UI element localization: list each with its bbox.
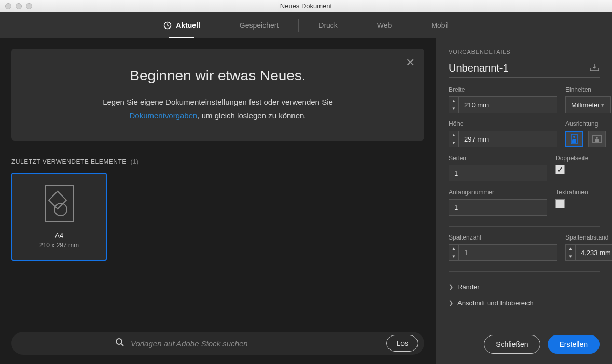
label-units: Einheiten <box>565 86 611 93</box>
expand-bleed[interactable]: ❯ Anschnitt und Infobereich <box>449 295 600 311</box>
svg-point-1 <box>116 339 122 344</box>
section-divider <box>449 271 600 272</box>
tab-label: Druck <box>318 21 338 30</box>
units-value: Millimeter <box>571 101 600 109</box>
traffic-max[interactable] <box>26 3 32 9</box>
hero-text-line2: , um gleich loslegen zu können. <box>197 111 306 120</box>
left-panel: ✕ Beginnen wir etwas Neues. Legen Sie ei… <box>0 38 436 364</box>
label-pages: Seiten <box>449 155 547 162</box>
search-go-button[interactable]: Los <box>386 335 418 352</box>
tab-mobil[interactable]: Mobil <box>411 12 468 38</box>
height-stepper[interactable]: ▲▼ <box>449 131 557 147</box>
label-textframe: Textrahmen <box>555 189 600 196</box>
tab-gespeichert[interactable]: Gespeichert <box>220 12 298 38</box>
chevron-down-icon: ▼ <box>600 102 605 108</box>
category-tabs: Aktuell Gespeichert Druck Web Mobil <box>0 12 612 38</box>
step-up-icon[interactable]: ▲ <box>566 245 575 253</box>
step-down-icon[interactable]: ▼ <box>566 253 575 261</box>
traffic-min[interactable] <box>16 3 22 9</box>
stock-search-input[interactable] <box>131 339 379 348</box>
step-down-icon[interactable]: ▼ <box>449 139 458 147</box>
step-down-icon[interactable]: ▼ <box>449 105 458 113</box>
preset-details-panel: VORGABENDETAILS Unbenannt-1 Breite ▲▼ Ei… <box>436 38 612 364</box>
step-up-icon[interactable]: ▲ <box>449 245 458 253</box>
tab-label: Web <box>377 21 392 30</box>
tab-aktuell[interactable]: Aktuell <box>144 12 220 38</box>
label-width: Breite <box>449 86 557 93</box>
step-up-icon[interactable]: ▲ <box>449 97 458 105</box>
tab-web[interactable]: Web <box>357 12 412 38</box>
hero-heading: Beginnen wir etwas Neues. <box>26 67 410 84</box>
tab-druck[interactable]: Druck <box>299 12 357 38</box>
chevron-right-icon: ❯ <box>449 284 453 290</box>
label-startnum: Anfangsnummer <box>449 189 547 196</box>
label-orientation: Ausrichtung <box>565 120 606 128</box>
chevron-right-icon: ❯ <box>449 300 453 306</box>
preset-name-field[interactable]: Unbenannt-1 <box>449 62 589 74</box>
textframe-checkbox[interactable] <box>555 199 565 208</box>
section-divider <box>449 226 600 227</box>
svg-point-5 <box>596 137 598 139</box>
search-icon <box>11 338 131 349</box>
preset-dimensions: 210 x 297 mm <box>39 242 79 249</box>
expand-label: Ränder <box>457 283 480 291</box>
tab-label: Mobil <box>431 21 448 30</box>
expand-label: Anschnitt und Infobereich <box>457 299 534 307</box>
traffic-close[interactable] <box>5 3 11 9</box>
footer-buttons: Schließen Erstellen <box>449 326 600 354</box>
expand-margins[interactable]: ❯ Ränder <box>449 279 600 295</box>
label-columns: Spaltenzahl <box>449 234 557 241</box>
columns-stepper[interactable]: ▲▼ <box>449 244 557 261</box>
width-stepper[interactable]: ▲▼ <box>449 96 557 113</box>
window-title: Neues Dokument <box>280 2 332 10</box>
recent-presets: A4 210 x 297 mm <box>11 173 424 261</box>
document-icon <box>45 185 74 222</box>
doc-presets-link[interactable]: Dokumentvorgaben <box>129 111 197 120</box>
label-facing: Doppelseite <box>555 155 600 162</box>
orientation-landscape[interactable] <box>588 131 606 147</box>
orientation-portrait[interactable] <box>565 131 583 147</box>
recent-count: (1) <box>130 158 138 165</box>
width-input[interactable] <box>459 96 557 113</box>
label-gutter: Spaltenabstand <box>565 234 612 241</box>
recent-label: ZULETZT VERWENDETE ELEMENTE <box>11 158 127 165</box>
label-height: Höhe <box>449 120 557 128</box>
facing-pages-checkbox[interactable]: ✓ <box>555 165 565 174</box>
hero-text: Legen Sie eigene Dokumenteinstellungen f… <box>26 95 410 122</box>
columns-input[interactable] <box>459 244 557 261</box>
hero-banner: ✕ Beginnen wir etwas Neues. Legen Sie ei… <box>11 49 424 141</box>
save-preset-icon[interactable] <box>589 63 600 73</box>
hero-text-line1: Legen Sie eigene Dokumenteinstellungen f… <box>103 97 333 106</box>
panel-title: VORGABENDETAILS <box>449 49 600 55</box>
name-underline <box>449 77 600 78</box>
svg-point-3 <box>573 136 575 138</box>
window-titlebar: Neues Dokument <box>0 0 612 12</box>
gutter-stepper[interactable]: ▲▼ <box>565 244 612 261</box>
step-down-icon[interactable]: ▼ <box>449 253 458 261</box>
traffic-lights <box>0 3 32 9</box>
gutter-input[interactable] <box>576 244 612 261</box>
preset-name: A4 <box>55 232 63 240</box>
step-up-icon[interactable]: ▲ <box>449 131 458 139</box>
height-input[interactable] <box>459 131 557 147</box>
close-icon[interactable]: ✕ <box>406 57 415 68</box>
stock-searchbar: Los <box>11 332 424 355</box>
close-button[interactable]: Schließen <box>484 335 540 354</box>
recent-section-label: ZULETZT VERWENDETE ELEMENTE (1) <box>11 158 424 165</box>
tab-label: Aktuell <box>176 21 200 30</box>
create-button[interactable]: Erstellen <box>548 335 600 354</box>
recent-icon <box>163 21 172 30</box>
tab-label: Gespeichert <box>240 21 279 30</box>
units-select[interactable]: Millimeter ▼ <box>565 96 611 113</box>
startnum-input[interactable] <box>449 199 547 216</box>
preset-a4[interactable]: A4 210 x 297 mm <box>11 173 107 261</box>
pages-input[interactable] <box>449 165 547 181</box>
